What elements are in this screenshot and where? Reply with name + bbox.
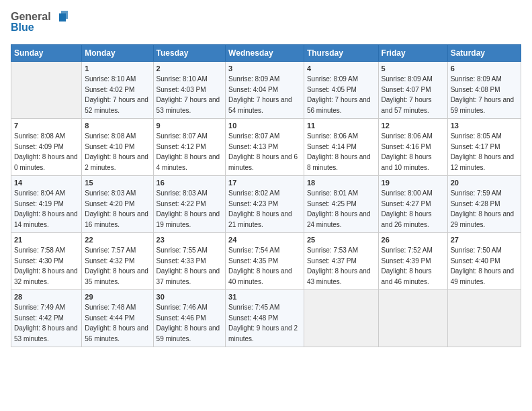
day-header-thursday: Thursday <box>304 45 378 62</box>
calendar-cell: 8Sunrise: 8:08 AMSunset: 4:10 PMDaylight… <box>82 119 153 176</box>
calendar-cell: 17Sunrise: 8:02 AMSunset: 4:23 PMDayligh… <box>226 176 304 233</box>
cell-content: Sunrise: 7:52 AMSunset: 4:39 PMDaylight:… <box>382 246 433 285</box>
cell-content: Sunrise: 7:46 AMSunset: 4:46 PMDaylight:… <box>157 304 220 342</box>
cell-content: Sunrise: 7:57 AMSunset: 4:32 PMDaylight:… <box>85 246 148 285</box>
day-number: 21 <box>14 235 79 245</box>
calendar-cell: 1Sunrise: 8:10 AMSunset: 4:02 PMDaylight… <box>82 62 153 119</box>
day-header-tuesday: Tuesday <box>153 45 226 62</box>
day-number: 12 <box>382 121 445 131</box>
calendar-cell: 6Sunrise: 8:09 AMSunset: 4:08 PMDaylight… <box>447 62 521 119</box>
calendar-cell: 23Sunrise: 7:55 AMSunset: 4:33 PMDayligh… <box>153 233 226 290</box>
day-number: 6 <box>451 64 518 74</box>
day-number: 16 <box>157 178 223 188</box>
svg-text:General: General <box>11 11 51 22</box>
calendar-cell <box>447 290 521 347</box>
day-number: 14 <box>14 178 79 188</box>
day-number: 28 <box>14 292 79 302</box>
day-number: 23 <box>157 235 223 245</box>
calendar-cell: 27Sunrise: 7:50 AMSunset: 4:40 PMDayligh… <box>447 233 521 290</box>
day-number: 22 <box>85 235 150 245</box>
svg-text:Blue: Blue <box>11 21 34 33</box>
calendar-cell: 30Sunrise: 7:46 AMSunset: 4:46 PMDayligh… <box>153 290 226 347</box>
day-number: 1 <box>85 64 150 74</box>
day-number: 20 <box>451 178 518 188</box>
week-row-5: 28Sunrise: 7:49 AMSunset: 4:42 PMDayligh… <box>11 290 521 347</box>
cell-content: Sunrise: 8:04 AMSunset: 4:19 PMDaylight:… <box>14 189 78 228</box>
cell-content: Sunrise: 8:03 AMSunset: 4:22 PMDaylight:… <box>157 189 220 228</box>
cell-content: Sunrise: 8:10 AMSunset: 4:02 PMDaylight:… <box>85 75 148 114</box>
days-header-row: SundayMondayTuesdayWednesdayThursdayFrid… <box>11 45 521 62</box>
calendar-cell: 18Sunrise: 8:01 AMSunset: 4:25 PMDayligh… <box>304 176 378 233</box>
cell-content: Sunrise: 8:10 AMSunset: 4:03 PMDaylight:… <box>157 75 220 114</box>
cell-content: Sunrise: 8:08 AMSunset: 4:09 PMDaylight:… <box>14 132 78 171</box>
day-number: 25 <box>307 235 375 245</box>
calendar-cell: 24Sunrise: 7:54 AMSunset: 4:35 PMDayligh… <box>226 233 304 290</box>
day-number: 2 <box>157 64 223 74</box>
calendar-cell: 21Sunrise: 7:58 AMSunset: 4:30 PMDayligh… <box>11 233 82 290</box>
calendar-table: SundayMondayTuesdayWednesdayThursdayFrid… <box>11 44 521 347</box>
calendar-cell: 7Sunrise: 8:08 AMSunset: 4:09 PMDaylight… <box>11 119 82 176</box>
cell-content: Sunrise: 8:07 AMSunset: 4:13 PMDaylight:… <box>228 132 298 171</box>
calendar-cell: 4Sunrise: 8:09 AMSunset: 4:05 PMDaylight… <box>304 62 378 119</box>
day-number: 18 <box>307 178 375 188</box>
cell-content: Sunrise: 8:06 AMSunset: 4:16 PMDaylight:… <box>382 132 433 171</box>
day-number: 4 <box>307 64 375 74</box>
cell-content: Sunrise: 8:05 AMSunset: 4:17 PMDaylight:… <box>451 132 515 171</box>
svg-marker-3 <box>61 11 68 19</box>
calendar-cell: 19Sunrise: 8:00 AMSunset: 4:27 PMDayligh… <box>378 176 447 233</box>
cell-content: Sunrise: 7:45 AMSunset: 4:48 PMDaylight:… <box>228 304 298 342</box>
logo-general: General Blue <box>11 8 71 39</box>
calendar-cell: 31Sunrise: 7:45 AMSunset: 4:48 PMDayligh… <box>226 290 304 347</box>
day-number: 24 <box>228 235 301 245</box>
day-number: 27 <box>451 235 518 245</box>
week-row-1: 1Sunrise: 8:10 AMSunset: 4:02 PMDaylight… <box>11 62 521 119</box>
calendar-cell: 9Sunrise: 8:07 AMSunset: 4:12 PMDaylight… <box>153 119 226 176</box>
cell-content: Sunrise: 8:08 AMSunset: 4:10 PMDaylight:… <box>85 132 148 171</box>
page: General Blue SundayMondayTuesdayWednesda… <box>0 0 532 411</box>
calendar-cell: 25Sunrise: 7:53 AMSunset: 4:37 PMDayligh… <box>304 233 378 290</box>
calendar-cell: 20Sunrise: 7:59 AMSunset: 4:28 PMDayligh… <box>447 176 521 233</box>
calendar-cell <box>304 290 378 347</box>
calendar-cell: 22Sunrise: 7:57 AMSunset: 4:32 PMDayligh… <box>82 233 153 290</box>
calendar-cell: 28Sunrise: 7:49 AMSunset: 4:42 PMDayligh… <box>11 290 82 347</box>
day-number: 26 <box>382 235 445 245</box>
cell-content: Sunrise: 8:09 AMSunset: 4:04 PMDaylight:… <box>228 75 292 114</box>
day-number: 19 <box>382 178 445 188</box>
day-number: 9 <box>157 121 223 131</box>
cell-content: Sunrise: 8:09 AMSunset: 4:05 PMDaylight:… <box>307 75 371 114</box>
day-header-saturday: Saturday <box>447 45 521 62</box>
day-number: 11 <box>307 121 375 131</box>
day-number: 31 <box>228 292 301 302</box>
day-header-sunday: Sunday <box>11 45 82 62</box>
week-row-4: 21Sunrise: 7:58 AMSunset: 4:30 PMDayligh… <box>11 233 521 290</box>
cell-content: Sunrise: 7:49 AMSunset: 4:42 PMDaylight:… <box>14 304 78 342</box>
calendar-cell: 11Sunrise: 8:06 AMSunset: 4:14 PMDayligh… <box>304 119 378 176</box>
day-header-wednesday: Wednesday <box>226 45 304 62</box>
cell-content: Sunrise: 8:09 AMSunset: 4:08 PMDaylight:… <box>451 75 515 114</box>
cell-content: Sunrise: 7:53 AMSunset: 4:37 PMDaylight:… <box>307 246 371 285</box>
cell-content: Sunrise: 7:50 AMSunset: 4:40 PMDaylight:… <box>451 246 515 285</box>
day-number: 5 <box>382 64 445 74</box>
calendar-cell: 13Sunrise: 8:05 AMSunset: 4:17 PMDayligh… <box>447 119 521 176</box>
calendar-cell <box>11 62 82 119</box>
calendar-cell: 16Sunrise: 8:03 AMSunset: 4:22 PMDayligh… <box>153 176 226 233</box>
day-number: 17 <box>228 178 301 188</box>
day-header-monday: Monday <box>82 45 153 62</box>
week-row-3: 14Sunrise: 8:04 AMSunset: 4:19 PMDayligh… <box>11 176 521 233</box>
calendar-cell: 15Sunrise: 8:03 AMSunset: 4:20 PMDayligh… <box>82 176 153 233</box>
header: General Blue <box>11 8 521 39</box>
day-number: 3 <box>228 64 301 74</box>
calendar-cell: 2Sunrise: 8:10 AMSunset: 4:03 PMDaylight… <box>153 62 226 119</box>
cell-content: Sunrise: 8:01 AMSunset: 4:25 PMDaylight:… <box>307 189 371 228</box>
cell-content: Sunrise: 7:58 AMSunset: 4:30 PMDaylight:… <box>14 246 78 285</box>
cell-content: Sunrise: 8:09 AMSunset: 4:07 PMDaylight:… <box>382 75 433 114</box>
day-number: 13 <box>451 121 518 131</box>
day-number: 30 <box>157 292 223 302</box>
day-number: 8 <box>85 121 150 131</box>
calendar-cell: 14Sunrise: 8:04 AMSunset: 4:19 PMDayligh… <box>11 176 82 233</box>
day-number: 7 <box>14 121 79 131</box>
day-number: 29 <box>85 292 150 302</box>
calendar-cell: 12Sunrise: 8:06 AMSunset: 4:16 PMDayligh… <box>378 119 447 176</box>
day-header-friday: Friday <box>378 45 447 62</box>
cell-content: Sunrise: 8:00 AMSunset: 4:27 PMDaylight:… <box>382 189 433 228</box>
